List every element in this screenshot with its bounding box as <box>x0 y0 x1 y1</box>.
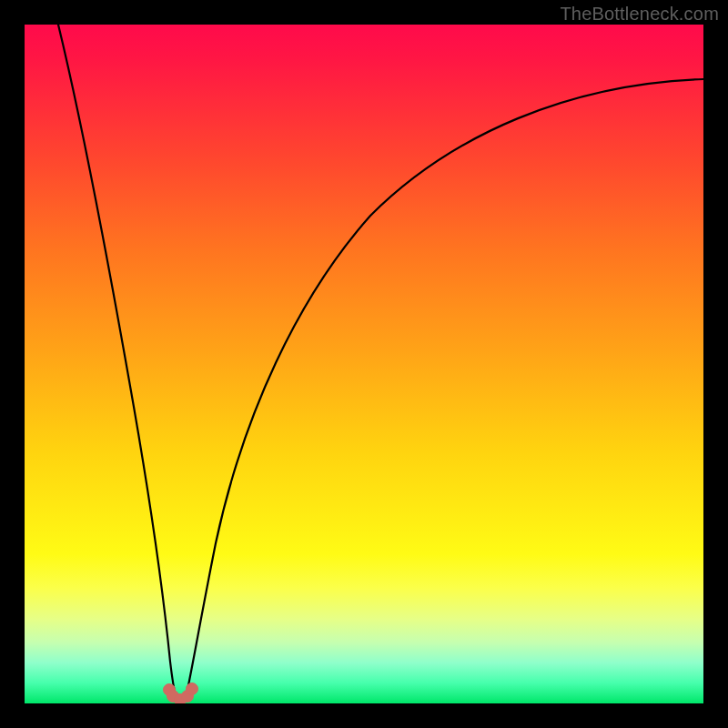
bottleneck-curve <box>58 25 703 702</box>
minimum-marker-group <box>164 683 198 704</box>
chart-frame: TheBottleneck.com <box>0 0 728 728</box>
curve-layer <box>25 25 703 703</box>
marker-dot <box>187 683 198 695</box>
watermark-text: TheBottleneck.com <box>560 4 719 25</box>
plot-area <box>25 25 703 703</box>
